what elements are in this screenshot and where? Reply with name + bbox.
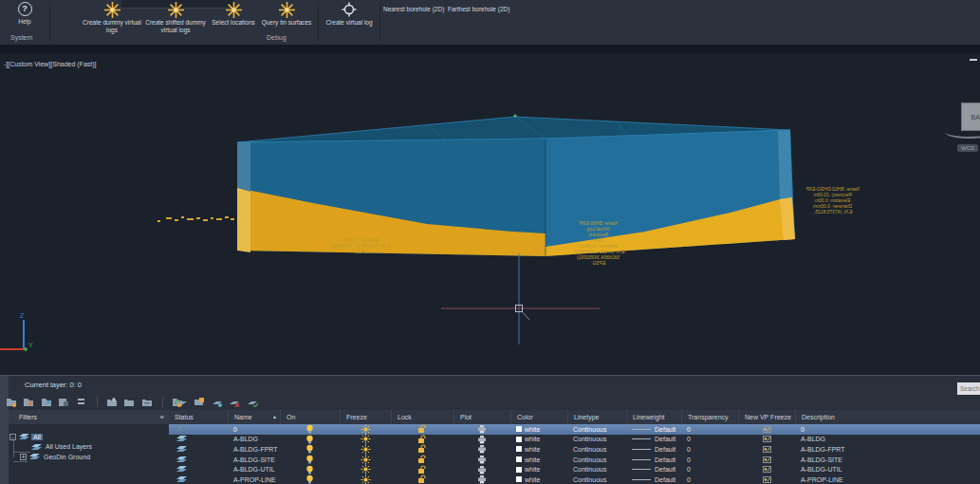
help-button[interactable]: ? Help xyxy=(6,1,44,31)
column-header-plot[interactable]: Plot xyxy=(453,410,510,424)
column-header-lock[interactable]: Lock xyxy=(391,410,453,424)
layer-description-cell[interactable]: A-BLDG-SITE xyxy=(795,455,980,465)
layer-transparency-cell[interactable]: 0 xyxy=(681,444,738,455)
layer-plot-toggle[interactable] xyxy=(453,424,510,435)
column-header-color[interactable]: Color xyxy=(510,410,567,424)
layer-description-cell[interactable]: A-BLDG-UTIL xyxy=(795,464,980,475)
layer-freeze-toggle[interactable] xyxy=(340,435,391,445)
layer-name-cell[interactable]: A-BLDG-UTIL xyxy=(228,464,280,475)
layer-color-cell[interactable]: white xyxy=(510,444,567,455)
layer-status-cell[interactable] xyxy=(169,435,228,445)
layer-freeze-toggle[interactable] xyxy=(340,444,391,455)
layer-plot-toggle[interactable] xyxy=(453,455,510,465)
layer-color-cell[interactable]: white xyxy=(510,435,567,445)
layer-linetype-cell[interactable]: Continuous xyxy=(567,455,626,465)
layer-transparency-cell[interactable]: 0 xyxy=(681,435,738,445)
layer-lineweight-cell[interactable]: Default xyxy=(626,444,681,455)
layer-plot-toggle[interactable] xyxy=(453,435,510,445)
layer-lock-toggle[interactable] xyxy=(391,464,453,475)
layer-status-cell[interactable] xyxy=(169,455,228,465)
folder-note-icon[interactable] xyxy=(141,397,153,407)
drawing-viewport[interactable]: Z Y -][Custom View][Shaded (Fast)] Diame… xyxy=(0,53,980,375)
set-current-layer-icon[interactable] xyxy=(247,397,258,407)
new-layer-folder-icon[interactable] xyxy=(106,397,118,407)
column-header-description[interactable]: Description xyxy=(795,410,980,424)
layer-lineweight-cell[interactable]: Default xyxy=(626,455,681,465)
layer-transparency-cell[interactable]: 0 xyxy=(681,464,738,475)
layer-lock-toggle[interactable] xyxy=(391,435,453,445)
tree-expander-icon[interactable]: - xyxy=(9,434,16,440)
layer-row-0[interactable]: ✓0whiteContinuousDefault00 xyxy=(169,424,980,435)
column-header-on[interactable]: On xyxy=(280,410,340,424)
layer-color-cell[interactable]: white xyxy=(510,475,567,484)
layer-row-A-BLDG-FPRT[interactable]: A-BLDG-FPRTwhiteContinuousDefault0A-BLDG… xyxy=(169,444,980,455)
layer-on-toggle[interactable] xyxy=(280,435,340,445)
freeze-layer-icon[interactable] xyxy=(212,397,223,407)
layer-linetype-cell[interactable]: Continuous xyxy=(567,464,626,475)
layer-transparency-cell[interactable]: 0 xyxy=(681,455,738,465)
layer-lock-toggle[interactable] xyxy=(391,475,453,484)
layer-description-cell[interactable]: A-BLDG xyxy=(795,435,980,445)
query-tin-surfaces-button[interactable]: Query tin surfaces xyxy=(255,1,318,39)
layer-vp-freeze-toggle[interactable] xyxy=(738,455,795,465)
layer-color-cell[interactable]: white xyxy=(510,424,567,435)
delete-layer-icon[interactable] xyxy=(229,397,240,407)
layer-freeze-toggle[interactable] xyxy=(340,455,391,465)
farthest-borehole-button[interactable]: Farthest borehole (2D) xyxy=(448,6,509,12)
layer-lineweight-cell[interactable]: Default xyxy=(626,475,681,484)
layer-search-input[interactable] xyxy=(957,382,980,395)
new-layer-icon[interactable] xyxy=(176,397,188,407)
layer-vp-freeze-toggle[interactable] xyxy=(738,464,795,475)
column-header-transparency[interactable]: Transparency xyxy=(681,410,738,424)
layer-status-cell[interactable] xyxy=(169,444,228,455)
layer-states-manager-icon[interactable] xyxy=(41,397,52,407)
layer-plot-toggle[interactable] xyxy=(453,475,510,484)
layer-color-cell[interactable]: white xyxy=(510,464,567,475)
new-layer-vp-frozen-icon[interactable] xyxy=(194,397,205,407)
layer-freeze-toggle[interactable] xyxy=(340,475,391,484)
layer-linetype-cell[interactable]: Continuous xyxy=(567,475,626,484)
layer-transparency-cell[interactable]: 0 xyxy=(681,475,738,484)
layer-name-cell[interactable]: 0 xyxy=(228,424,280,435)
create-virtual-log-button[interactable]: Create virtual log xyxy=(318,1,380,39)
viewport-controls-label[interactable]: -][Custom View][Shaded (Fast)] xyxy=(4,61,97,67)
layer-lineweight-cell[interactable]: Default xyxy=(626,464,681,475)
layer-name-cell[interactable]: A-BLDG-SITE xyxy=(228,455,280,465)
wcs-menu[interactable]: WCS xyxy=(957,144,978,152)
layer-name-cell[interactable]: A-BLDG-FPRT xyxy=(228,444,280,455)
filter-tree-item-all[interactable]: -All xyxy=(9,432,43,441)
create-dummy-virtual-logs-button[interactable]: Create dummy virtual logs xyxy=(81,1,143,39)
layer-status-cell[interactable] xyxy=(169,475,228,484)
layer-plot-toggle[interactable] xyxy=(453,464,510,475)
layer-plot-toggle[interactable] xyxy=(453,444,510,455)
column-header-status[interactable]: Status xyxy=(169,410,228,424)
layer-row-A-BLDG[interactable]: A-BLDGwhiteContinuousDefault0A-BLDG xyxy=(169,435,980,445)
column-header-new-vp-freeze[interactable]: New VP Freeze xyxy=(738,410,795,424)
layer-name-cell[interactable]: A-PROP-LINE xyxy=(228,475,280,484)
layer-on-toggle[interactable] xyxy=(280,424,340,435)
layer-description-cell[interactable]: 0 xyxy=(795,424,980,435)
layer-linetype-cell[interactable]: Continuous xyxy=(567,444,626,455)
layer-row-A-PROP-LINE[interactable]: A-PROP-LINEwhiteContinuousDefault0A-PROP… xyxy=(169,475,980,484)
column-header-lineweight[interactable]: Lineweight xyxy=(626,410,681,424)
column-header-name[interactable]: Name▲ xyxy=(228,410,280,424)
layer-linetype-cell[interactable]: Continuous xyxy=(567,435,626,445)
layer-on-toggle[interactable] xyxy=(280,475,340,484)
layer-vp-freeze-toggle[interactable] xyxy=(738,424,795,435)
new-group-filter-icon[interactable] xyxy=(23,397,34,407)
layer-settings-icon[interactable] xyxy=(58,397,69,407)
layer-vp-freeze-toggle[interactable] xyxy=(738,444,795,455)
layer-freeze-toggle[interactable] xyxy=(340,424,391,435)
layer-lock-toggle[interactable] xyxy=(391,444,453,455)
layer-vp-freeze-toggle[interactable] xyxy=(738,435,795,445)
tree-expander-icon[interactable]: + xyxy=(20,454,27,460)
open-folder-icon[interactable] xyxy=(123,397,135,407)
block-model[interactable] xyxy=(237,114,795,256)
create-shifted-dummy-virtual-logs-button[interactable]: Create shifted dummy virtual logs xyxy=(144,1,207,39)
layer-name-cell[interactable]: A-BLDG xyxy=(228,435,280,445)
column-header-linetype[interactable]: Linetype xyxy=(567,410,626,424)
filter-tree-item-geodin-ground[interactable]: +GeoDin Ground xyxy=(20,452,92,461)
layer-description-cell[interactable]: A-BLDG-FPRT xyxy=(795,444,980,455)
layer-status-cell[interactable]: ✓ xyxy=(169,424,228,435)
layer-on-toggle[interactable] xyxy=(280,444,340,455)
